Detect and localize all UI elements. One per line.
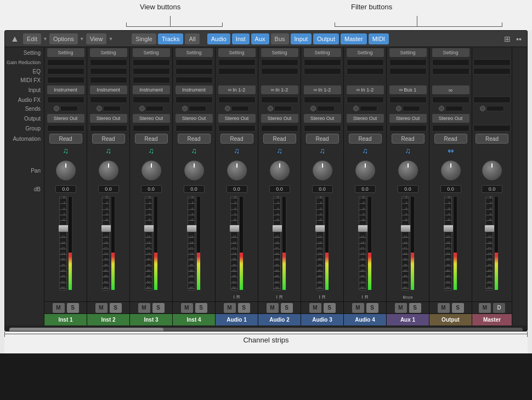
ch-fader-thumb-1[interactable] [58, 225, 69, 232]
ch-output-btn-6[interactable]: Stereo Out [261, 114, 298, 123]
ch-automation-btn-8[interactable]: Read [349, 134, 382, 144]
ch-m-btn-3[interactable]: M [138, 303, 150, 313]
ch-s-btn-1[interactable]: S [67, 303, 79, 313]
ch-sends-knob-1[interactable] [54, 106, 59, 111]
ch-fader-thumb-6[interactable] [272, 225, 283, 232]
ch-m-btn-5[interactable]: M [224, 303, 236, 313]
ch-sends-knob-3[interactable] [139, 106, 145, 111]
ch-s-btn-7[interactable]: S [324, 303, 336, 313]
ch-fader-scale-1[interactable] [59, 196, 67, 290]
ch-output-btn-1[interactable]: Stereo Out [47, 114, 84, 123]
ch-setting-btn-5[interactable]: Setting [218, 48, 256, 57]
ch-automation-btn-2[interactable]: Read [92, 134, 125, 144]
ch-fader-thumb-7[interactable] [315, 225, 326, 232]
ch-s-btn-4[interactable]: S [195, 303, 207, 313]
filter-bus-button[interactable]: Bus [271, 33, 289, 44]
ch-name-bar-1[interactable]: Inst 1 [44, 313, 87, 325]
ch-fader-scale-11[interactable] [485, 196, 493, 290]
ch-name-bar-2[interactable]: Inst 2 [87, 313, 129, 325]
ch-output-btn-2[interactable]: Stereo Out [90, 114, 127, 123]
ch-s-btn-3[interactable]: S [152, 303, 165, 313]
ch-s-btn-2[interactable]: S [110, 303, 122, 313]
ch-sends-knob-10[interactable] [439, 106, 444, 111]
ch-sends-knob-11[interactable] [480, 106, 485, 111]
ch-pan-knob-8[interactable] [355, 161, 375, 180]
ch-automation-btn-11[interactable]: Read [476, 134, 508, 144]
ch-fader-thumb-10[interactable] [443, 225, 454, 232]
ch-output-btn-10[interactable]: Stereo Out [432, 114, 469, 123]
ch-setting-btn-6[interactable]: Setting [261, 48, 298, 57]
ch-fader-scale-6[interactable] [273, 196, 281, 290]
ch-pan-knob-3[interactable] [142, 161, 161, 180]
ch-automation-btn-4[interactable]: Read [178, 134, 211, 144]
ch-m-btn-2[interactable]: M [95, 303, 107, 313]
ch-d-btn-11[interactable]: D [493, 303, 505, 313]
ch-pan-knob-4[interactable] [184, 161, 204, 180]
ch-output-btn-4[interactable]: Stereo Out [176, 114, 213, 123]
ch-setting-btn-7[interactable]: Setting [304, 48, 341, 57]
ch-fader-scale-10[interactable] [444, 196, 452, 290]
ch-input-btn-6[interactable]: ∞In 1-2 [261, 85, 298, 94]
ch-input-btn-8[interactable]: ∞In 1-2 [347, 85, 384, 94]
horizontal-scrollbar[interactable] [5, 325, 527, 331]
ch-s-btn-9[interactable]: S [409, 303, 421, 313]
ch-input-btn-5[interactable]: ∞In 1-2 [218, 85, 256, 94]
ch-input-btn-7[interactable]: ∞In 1-2 [304, 85, 341, 94]
ch-name-bar-4[interactable]: Inst 4 [173, 313, 215, 325]
ch-name-bar-9[interactable]: Aux 1 [387, 313, 429, 325]
scrollbar-thumb[interactable] [9, 328, 163, 332]
ch-automation-btn-7[interactable]: Read [306, 134, 339, 144]
ch-m-btn-4[interactable]: M [181, 303, 193, 313]
ch-name-bar-10[interactable]: Output [429, 313, 472, 325]
ch-pan-knob-11[interactable] [482, 161, 502, 180]
ch-m-btn-11[interactable]: M [479, 303, 491, 313]
ch-m-btn-6[interactable]: M [267, 303, 279, 313]
ch-pan-knob-2[interactable] [99, 161, 118, 180]
ch-pan-knob-7[interactable] [313, 161, 332, 180]
scrollbar-track[interactable] [9, 328, 523, 332]
ch-input-btn-3[interactable]: Instrument [133, 85, 170, 94]
ch-automation-btn-1[interactable]: Read [49, 134, 82, 144]
filter-output-button[interactable]: Output [313, 33, 339, 44]
ch-setting-btn-8[interactable]: Setting [347, 48, 384, 57]
ch-m-btn-1[interactable]: M [53, 303, 65, 313]
ch-input-btn-1[interactable]: Instrument [47, 85, 84, 94]
all-button[interactable]: All [185, 33, 199, 44]
ch-s-btn-6[interactable]: S [281, 303, 293, 313]
ch-m-btn-8[interactable]: M [352, 303, 364, 313]
up-arrow-button[interactable]: ▲ [8, 32, 21, 45]
ch-s-btn-5[interactable]: S [238, 303, 250, 313]
ch-fader-scale-7[interactable] [316, 196, 324, 290]
grid-view-icon[interactable]: ⊞ [502, 34, 512, 44]
ch-input-btn-4[interactable]: Instrument [176, 85, 213, 94]
filter-aux-button[interactable]: Aux [251, 33, 269, 44]
ch-fader-thumb-3[interactable] [144, 225, 155, 232]
split-view-icon[interactable]: ▪▪ [514, 34, 524, 44]
ch-m-btn-7[interactable]: M [309, 303, 321, 313]
ch-name-bar-7[interactable]: Audio 3 [301, 313, 343, 325]
ch-setting-btn-9[interactable]: Setting [389, 48, 427, 57]
ch-sends-knob-8[interactable] [353, 106, 359, 111]
filter-master-button[interactable]: Master [341, 33, 367, 44]
ch-automation-btn-6[interactable]: Read [263, 134, 296, 144]
ch-sends-knob-5[interactable] [225, 106, 230, 111]
ch-pan-knob-9[interactable] [398, 161, 418, 180]
options-button[interactable]: Options [49, 33, 78, 44]
ch-automation-btn-5[interactable]: Read [220, 134, 253, 144]
ch-pan-knob-5[interactable] [227, 161, 247, 180]
ch-name-bar-11[interactable]: Master [472, 313, 512, 325]
ch-s-btn-8[interactable]: S [366, 303, 378, 313]
ch-pan-knob-10[interactable] [441, 161, 461, 180]
ch-fader-scale-9[interactable] [401, 196, 409, 290]
ch-s-btn-10[interactable]: S [452, 303, 464, 313]
ch-pan-knob-6[interactable] [270, 161, 290, 180]
ch-fader-scale-5[interactable] [230, 196, 238, 290]
ch-fader-thumb-2[interactable] [101, 225, 112, 232]
filter-input-button[interactable]: Input [291, 33, 312, 44]
ch-output-btn-8[interactable]: Stereo Out [347, 114, 384, 123]
ch-output-btn-5[interactable]: Stereo Out [218, 114, 256, 123]
view-button[interactable]: View [86, 33, 107, 44]
ch-automation-btn-9[interactable]: Read [392, 134, 425, 144]
ch-output-btn-7[interactable]: Stereo Out [304, 114, 341, 123]
ch-setting-btn-10[interactable]: Setting [432, 48, 469, 57]
